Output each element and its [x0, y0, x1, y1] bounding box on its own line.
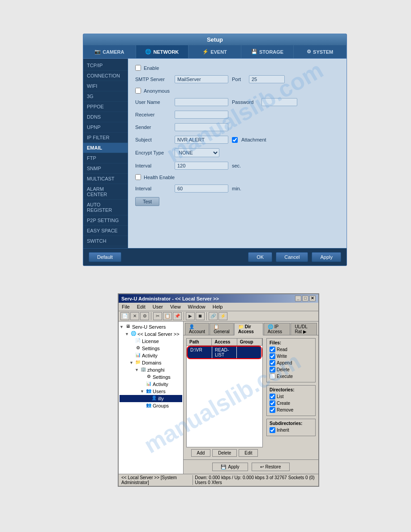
sidebar-item-email[interactable]: EMAIL — [83, 143, 128, 153]
sidebar-item-ipfilter[interactable]: IP FILTER — [83, 133, 128, 143]
toolbar-disconnect[interactable]: ⚡ — [218, 312, 227, 320]
tree-local-server[interactable]: ▼ 🌐 << Local Server >> — [120, 330, 182, 338]
toolbar-connect[interactable]: 🔗 — [209, 312, 218, 320]
tree-domains[interactable]: ▼ 📁 Domains — [120, 359, 182, 366]
read-checkbox[interactable] — [270, 347, 275, 352]
tree-illy[interactable]: 👤 illy — [120, 395, 182, 402]
inherit-checkbox[interactable] — [270, 427, 275, 433]
toolbar-settings[interactable]: ⚙ — [140, 312, 149, 320]
minimize-button[interactable]: _ — [295, 296, 301, 301]
tab-ip-access[interactable]: 🌐 IP Access — [264, 323, 291, 335]
test-button[interactable]: Test — [135, 197, 159, 206]
edit-dir-button[interactable]: Edit — [239, 449, 258, 457]
health-enable-checkbox[interactable] — [135, 174, 141, 180]
tab-ul-dl[interactable]: UL/DL Rat ▶ — [291, 323, 317, 335]
remove-checkbox[interactable] — [270, 407, 275, 413]
password-input[interactable] — [261, 98, 297, 106]
list-checkbox[interactable] — [270, 394, 275, 399]
toolbar-btn6[interactable]: ⏹ — [196, 312, 205, 320]
default-button[interactable]: Default — [89, 252, 121, 262]
sidebar-item-pppoe[interactable]: PPPOE — [83, 102, 128, 112]
tab-system[interactable]: ⚙ SYSTEM — [294, 45, 347, 58]
toolbar-copy[interactable]: 📋 — [163, 312, 172, 320]
menu-edit[interactable]: Edit — [136, 304, 147, 310]
add-dir-button[interactable]: Add — [191, 449, 211, 457]
subject-input[interactable] — [175, 136, 228, 144]
tab-dir-access[interactable]: 📁 Dir Access — [234, 323, 263, 335]
restore-button[interactable]: ↩ Restore — [252, 463, 290, 471]
tree-domain-settings[interactable]: ⚙ Settings — [120, 373, 182, 381]
execute-checkbox[interactable] — [270, 373, 275, 379]
maximize-button[interactable]: □ — [302, 296, 308, 301]
port-input[interactable] — [249, 75, 285, 83]
tree-settings[interactable]: ⚙ Settings — [120, 345, 182, 352]
apply-button[interactable]: 💾 Apply — [212, 463, 248, 471]
enable-checkbox[interactable] — [135, 65, 141, 71]
receiver-input[interactable] — [175, 111, 228, 119]
tab-network[interactable]: 🌐 NETWORK — [136, 45, 189, 58]
sender-input[interactable] — [175, 123, 228, 131]
credentials-row: User Name Password — [135, 98, 339, 106]
sidebar-item-ddns[interactable]: DDNS — [83, 112, 128, 122]
servu-footer: 💾 Apply ↩ Restore — [184, 459, 318, 474]
menu-file[interactable]: File — [120, 304, 131, 310]
encrypt-select[interactable]: NONE SSL TLS — [175, 148, 219, 157]
sidebar-item-snmp[interactable]: SNMP — [83, 163, 128, 174]
ipaccess-icon: 🌐 — [268, 324, 273, 329]
sidebar-item-upnp[interactable]: UPNP — [83, 122, 128, 133]
health-interval-input[interactable] — [175, 184, 228, 193]
rights-write: Write — [270, 353, 313, 359]
close-button[interactable]: ✕ — [309, 296, 316, 301]
sidebar-item-connection[interactable]: CONNECTION — [83, 71, 128, 81]
delete-checkbox[interactable] — [270, 367, 275, 373]
ok-button[interactable]: OK — [248, 252, 272, 262]
tab-general[interactable]: 📋 General — [210, 323, 234, 335]
sidebar-item-tcpip[interactable]: TCP/IP — [83, 60, 128, 71]
sidebar-item-3g[interactable]: 3G — [83, 91, 128, 102]
sidebar-item-easyspace[interactable]: EASY SPACE — [83, 226, 128, 236]
tree-activity[interactable]: 📊 Activity — [120, 352, 182, 359]
sidebar-item-autoregister[interactable]: AUTO REGISTER — [83, 200, 128, 215]
tab-event[interactable]: ⚡ EVENT — [188, 45, 241, 58]
menu-view[interactable]: View — [169, 304, 182, 310]
directories-label: Directories: — [270, 387, 313, 392]
append-checkbox[interactable] — [270, 360, 275, 366]
receiver-label: Receiver — [135, 112, 171, 117]
tree-users[interactable]: ▼ 👥 Users — [120, 388, 182, 395]
menu-help[interactable]: Help — [211, 304, 224, 310]
cancel-button[interactable]: Cancel — [276, 252, 308, 262]
tree-servu-servers[interactable]: ▼ 🖥 Serv-U Servers — [120, 323, 182, 330]
zhonghi-icon: 🏢 — [140, 367, 146, 373]
tree-license[interactable]: 📄 License — [120, 338, 182, 345]
menu-window[interactable]: Window — [187, 304, 207, 310]
sidebar-item-wifi[interactable]: WIFI — [83, 81, 128, 91]
tree-groups[interactable]: 👥 Groups — [120, 402, 182, 409]
toolbar-new[interactable]: 📄 — [120, 312, 129, 320]
toolbar-delete[interactable]: ✕ — [130, 312, 139, 320]
smtp-server-input[interactable] — [175, 75, 228, 83]
tab-camera[interactable]: 📷 CAMERA — [83, 45, 136, 58]
tab-storage[interactable]: 💾 STORAGE — [241, 45, 294, 58]
menu-user[interactable]: User — [151, 304, 164, 310]
sidebar-item-ftp[interactable]: FTP — [83, 153, 128, 163]
dir-table-row[interactable]: D:\VR READ-LIST — [187, 346, 262, 359]
sidebar-item-alarmcenter[interactable]: ALARM CENTER — [83, 184, 128, 200]
tab-account[interactable]: 👤 Account — [185, 323, 209, 335]
sidebar-item-switch[interactable]: SWITCH — [83, 236, 128, 246]
username-input[interactable] — [175, 98, 228, 106]
toolbar-btn5[interactable]: ▶ — [186, 312, 195, 320]
append-label: Append — [277, 360, 292, 365]
sidebar-item-multicast[interactable]: MULTICAST — [83, 174, 128, 184]
toolbar-paste[interactable]: 📌 — [173, 312, 182, 320]
delete-dir-button[interactable]: Delete — [212, 449, 237, 457]
interval-input[interactable] — [175, 162, 228, 170]
tree-zhonghi[interactable]: ▼ 🏢 zhonghi — [120, 366, 182, 373]
create-checkbox[interactable] — [270, 400, 275, 406]
attachment-checkbox[interactable] — [232, 137, 238, 143]
anonymous-checkbox[interactable] — [135, 88, 141, 94]
toolbar-cut[interactable]: ✂ — [153, 312, 162, 320]
apply-button[interactable]: Apply — [312, 252, 341, 262]
write-checkbox[interactable] — [270, 353, 275, 359]
tree-domain-activity[interactable]: 📊 Activity — [120, 381, 182, 388]
sidebar-item-p2psetting[interactable]: P2P SETTING — [83, 215, 128, 226]
